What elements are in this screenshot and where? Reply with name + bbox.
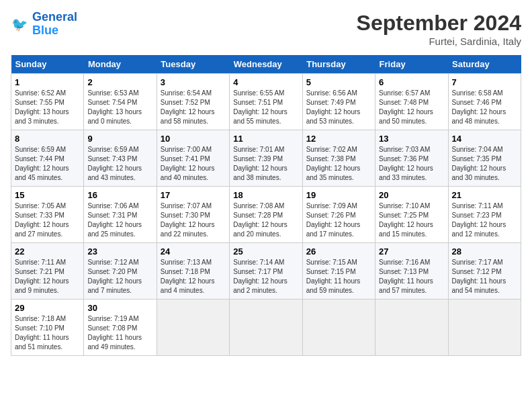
header-sunday: Sunday — [11, 55, 84, 74]
header-monday: Monday — [84, 55, 157, 74]
day-number: 18 — [233, 190, 298, 200]
page-header: 🐦 General Blue September 2024 Furtei, Sa… — [11, 11, 521, 47]
table-row: 5 Sunrise: 6:56 AM Sunset: 7:49 PM Dayli… — [302, 74, 375, 130]
table-row: 30 Sunrise: 7:19 AM Sunset: 7:08 PM Dayl… — [84, 300, 157, 356]
day-info: Sunrise: 7:05 AM Sunset: 7:33 PM Dayligh… — [15, 201, 80, 239]
day-info: Sunrise: 6:55 AM Sunset: 7:51 PM Dayligh… — [233, 89, 298, 126]
day-number: 9 — [87, 134, 152, 144]
day-info: Sunrise: 7:16 AM Sunset: 7:13 PM Dayligh… — [379, 258, 444, 295]
table-row: 18 Sunrise: 7:08 AM Sunset: 7:28 PM Dayl… — [230, 187, 302, 243]
calendar-week-4: 22 Sunrise: 7:11 AM Sunset: 7:21 PM Dayl… — [11, 243, 521, 300]
location-subtitle: Furtei, Sardinia, Italy — [357, 36, 521, 47]
day-number: 14 — [452, 134, 517, 144]
day-number: 6 — [379, 77, 444, 87]
table-row: 22 Sunrise: 7:11 AM Sunset: 7:21 PM Dayl… — [11, 243, 84, 300]
day-info: Sunrise: 7:12 AM Sunset: 7:20 PM Dayligh… — [87, 258, 152, 295]
table-row — [230, 300, 302, 356]
day-number: 15 — [15, 190, 80, 200]
day-info: Sunrise: 6:56 AM Sunset: 7:49 PM Dayligh… — [306, 89, 371, 126]
title-block: September 2024 Furtei, Sardinia, Italy — [357, 11, 521, 47]
table-row: 3 Sunrise: 6:54 AM Sunset: 7:52 PM Dayli… — [157, 74, 229, 130]
table-row: 12 Sunrise: 7:02 AM Sunset: 7:38 PM Dayl… — [302, 130, 375, 187]
day-info: Sunrise: 6:54 AM Sunset: 7:52 PM Dayligh… — [161, 89, 226, 126]
table-row: 21 Sunrise: 7:11 AM Sunset: 7:23 PM Dayl… — [448, 187, 521, 243]
header-thursday: Thursday — [302, 55, 375, 74]
table-row: 20 Sunrise: 7:10 AM Sunset: 7:25 PM Dayl… — [375, 187, 448, 243]
day-info: Sunrise: 7:17 AM Sunset: 7:12 PM Dayligh… — [452, 258, 517, 295]
day-info: Sunrise: 7:01 AM Sunset: 7:39 PM Dayligh… — [233, 145, 298, 183]
table-row: 23 Sunrise: 7:12 AM Sunset: 7:20 PM Dayl… — [84, 243, 157, 300]
day-number: 8 — [15, 134, 80, 144]
table-row: 8 Sunrise: 6:59 AM Sunset: 7:44 PM Dayli… — [11, 130, 84, 187]
day-info: Sunrise: 7:03 AM Sunset: 7:36 PM Dayligh… — [379, 145, 444, 183]
day-number: 1 — [15, 77, 80, 87]
table-row — [157, 300, 229, 356]
month-title: September 2024 — [357, 11, 521, 36]
table-row — [302, 300, 375, 356]
day-number: 3 — [161, 77, 226, 87]
day-info: Sunrise: 7:18 AM Sunset: 7:10 PM Dayligh… — [15, 314, 80, 352]
logo: 🐦 General Blue — [11, 11, 77, 38]
header-tuesday: Tuesday — [157, 55, 229, 74]
logo-icon: 🐦 — [11, 15, 30, 34]
day-number: 13 — [379, 134, 444, 144]
day-number: 25 — [233, 246, 298, 257]
day-info: Sunrise: 6:52 AM Sunset: 7:55 PM Dayligh… — [15, 89, 80, 126]
table-row: 2 Sunrise: 6:53 AM Sunset: 7:54 PM Dayli… — [84, 74, 157, 130]
day-info: Sunrise: 7:09 AM Sunset: 7:26 PM Dayligh… — [306, 201, 371, 239]
logo-line2: Blue — [32, 24, 58, 37]
table-row: 1 Sunrise: 6:52 AM Sunset: 7:55 PM Dayli… — [11, 74, 84, 130]
day-info: Sunrise: 7:13 AM Sunset: 7:18 PM Dayligh… — [161, 258, 226, 295]
table-row: 17 Sunrise: 7:07 AM Sunset: 7:30 PM Dayl… — [157, 187, 229, 243]
day-number: 12 — [306, 134, 371, 144]
table-row: 6 Sunrise: 6:57 AM Sunset: 7:48 PM Dayli… — [375, 74, 448, 130]
day-info: Sunrise: 7:14 AM Sunset: 7:17 PM Dayligh… — [233, 258, 298, 295]
table-row: 11 Sunrise: 7:01 AM Sunset: 7:39 PM Dayl… — [230, 130, 302, 187]
day-info: Sunrise: 6:59 AM Sunset: 7:43 PM Dayligh… — [87, 145, 152, 183]
table-row — [448, 300, 521, 356]
logo-line1: General — [32, 10, 77, 24]
day-info: Sunrise: 7:07 AM Sunset: 7:30 PM Dayligh… — [161, 201, 226, 239]
table-row: 27 Sunrise: 7:16 AM Sunset: 7:13 PM Dayl… — [375, 243, 448, 300]
day-number: 30 — [87, 303, 152, 313]
table-row: 24 Sunrise: 7:13 AM Sunset: 7:18 PM Dayl… — [157, 243, 229, 300]
table-row: 13 Sunrise: 7:03 AM Sunset: 7:36 PM Dayl… — [375, 130, 448, 187]
logo-text: General Blue — [32, 11, 77, 38]
day-info: Sunrise: 7:11 AM Sunset: 7:21 PM Dayligh… — [15, 258, 80, 295]
table-row: 14 Sunrise: 7:04 AM Sunset: 7:35 PM Dayl… — [448, 130, 521, 187]
day-number: 20 — [379, 190, 444, 200]
table-row: 29 Sunrise: 7:18 AM Sunset: 7:10 PM Dayl… — [11, 300, 84, 356]
day-info: Sunrise: 7:08 AM Sunset: 7:28 PM Dayligh… — [233, 201, 298, 239]
day-number: 10 — [161, 134, 226, 144]
day-info: Sunrise: 7:06 AM Sunset: 7:31 PM Dayligh… — [87, 201, 152, 239]
table-row: 26 Sunrise: 7:15 AM Sunset: 7:15 PM Dayl… — [302, 243, 375, 300]
header-wednesday: Wednesday — [230, 55, 302, 74]
day-number: 16 — [87, 190, 152, 200]
svg-text:🐦: 🐦 — [11, 16, 28, 32]
day-number: 24 — [161, 246, 226, 257]
table-row: 19 Sunrise: 7:09 AM Sunset: 7:26 PM Dayl… — [302, 187, 375, 243]
table-row — [375, 300, 448, 356]
day-info: Sunrise: 7:15 AM Sunset: 7:15 PM Dayligh… — [306, 258, 371, 295]
calendar-week-1: 1 Sunrise: 6:52 AM Sunset: 7:55 PM Dayli… — [11, 74, 521, 130]
day-number: 21 — [452, 190, 517, 200]
day-info: Sunrise: 7:02 AM Sunset: 7:38 PM Dayligh… — [306, 145, 371, 183]
day-number: 23 — [87, 246, 152, 257]
day-info: Sunrise: 7:04 AM Sunset: 7:35 PM Dayligh… — [452, 145, 517, 183]
table-row: 4 Sunrise: 6:55 AM Sunset: 7:51 PM Dayli… — [230, 74, 302, 130]
calendar-week-5: 29 Sunrise: 7:18 AM Sunset: 7:10 PM Dayl… — [11, 300, 521, 356]
calendar-week-3: 15 Sunrise: 7:05 AM Sunset: 7:33 PM Dayl… — [11, 187, 521, 243]
day-info: Sunrise: 7:10 AM Sunset: 7:25 PM Dayligh… — [379, 201, 444, 239]
header-friday: Friday — [375, 55, 448, 74]
day-info: Sunrise: 7:00 AM Sunset: 7:41 PM Dayligh… — [161, 145, 226, 183]
table-row: 28 Sunrise: 7:17 AM Sunset: 7:12 PM Dayl… — [448, 243, 521, 300]
day-number: 2 — [87, 77, 152, 87]
day-number: 5 — [306, 77, 371, 87]
day-number: 28 — [452, 246, 517, 257]
day-number: 29 — [15, 303, 80, 313]
day-info: Sunrise: 6:59 AM Sunset: 7:44 PM Dayligh… — [15, 145, 80, 183]
day-number: 26 — [306, 246, 371, 257]
day-info: Sunrise: 6:58 AM Sunset: 7:46 PM Dayligh… — [452, 89, 517, 126]
table-row: 7 Sunrise: 6:58 AM Sunset: 7:46 PM Dayli… — [448, 74, 521, 130]
table-row: 16 Sunrise: 7:06 AM Sunset: 7:31 PM Dayl… — [84, 187, 157, 243]
